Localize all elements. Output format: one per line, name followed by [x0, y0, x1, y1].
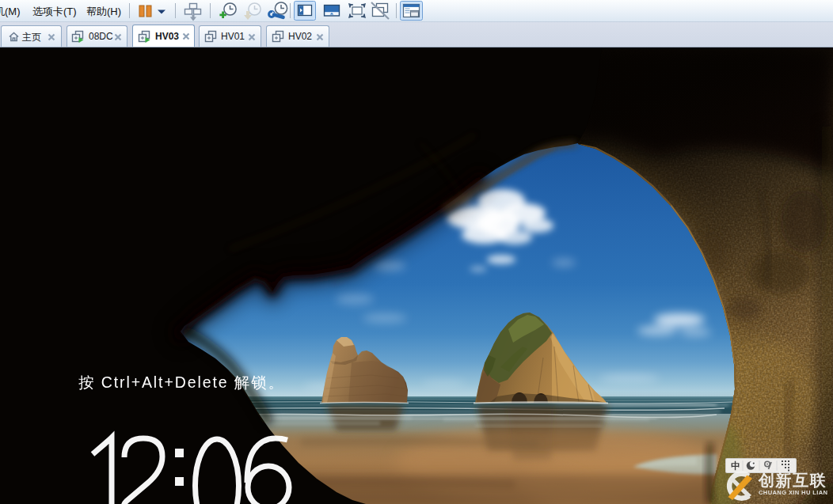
svg-text:创新互联: 创新互联 [758, 472, 827, 489]
svg-text:CHUANG XIN HU LIAN: CHUANG XIN HU LIAN [759, 489, 827, 496]
